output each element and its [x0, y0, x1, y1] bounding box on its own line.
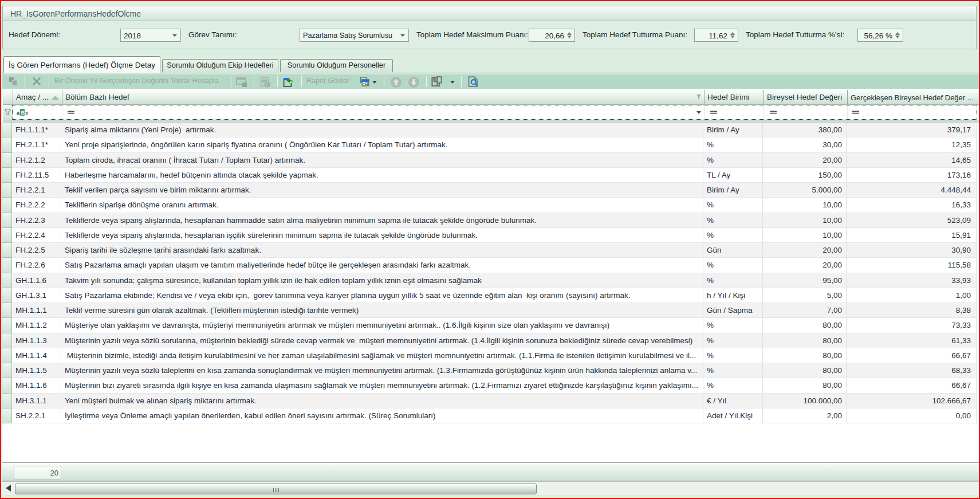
- svg-text:B: B: [21, 110, 25, 116]
- svg-text:c: c: [25, 110, 28, 116]
- svg-text:a: a: [17, 110, 20, 116]
